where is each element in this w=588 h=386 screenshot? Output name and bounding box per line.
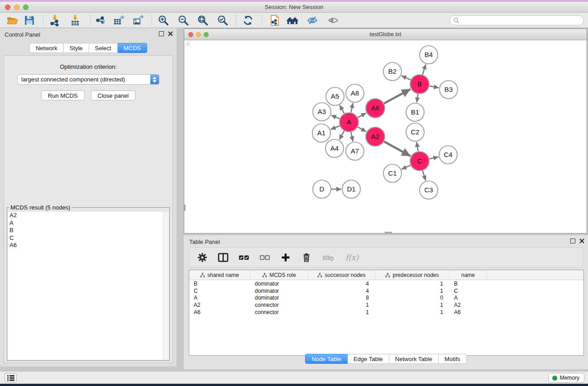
edge-B-B3[interactable] (430, 86, 439, 88)
task-history-button[interactable] (5, 373, 17, 382)
edge-B-B1[interactable] (417, 94, 418, 103)
zoom-out-icon[interactable] (177, 14, 189, 26)
save-session-icon[interactable] (24, 14, 35, 26)
table-row[interactable]: Cdominator41C (189, 287, 583, 295)
table-cell[interactable]: B (189, 281, 250, 287)
node-A2[interactable]: A2 (366, 127, 385, 146)
node-A[interactable]: A (339, 113, 359, 132)
mcds-result-item[interactable]: A (8, 219, 169, 227)
tab-style[interactable]: Style (64, 43, 89, 53)
table-cell[interactable]: A6 (189, 309, 250, 315)
node-C[interactable]: C (410, 152, 429, 171)
node-A6[interactable]: A6 (366, 99, 385, 118)
table-cell[interactable]: 4 (308, 281, 375, 287)
node-B4[interactable]: B4 (420, 46, 438, 64)
edge-A-A8[interactable] (351, 103, 353, 113)
tab-select[interactable]: Select (89, 43, 118, 53)
memory-button[interactable]: Memory (548, 373, 584, 383)
delete-icon[interactable] (301, 252, 312, 263)
select-all-icon[interactable] (239, 252, 249, 263)
import-table-icon[interactable] (69, 14, 81, 26)
table-row[interactable]: A2connector11A2 (189, 301, 583, 309)
node-C3[interactable]: C3 (420, 181, 438, 199)
mcds-result-list[interactable]: A2ABCA6 (8, 212, 169, 360)
refresh-icon[interactable] (242, 14, 254, 26)
node-D1[interactable]: D1 (342, 180, 360, 198)
zoom-selected-icon[interactable] (217, 14, 229, 26)
import-network-icon[interactable] (49, 14, 61, 26)
show-all-icon[interactable] (327, 14, 339, 26)
network-graph[interactable]: B4B2BB3A8A5A6A3B1AA1C2A2A4A7C4CC1C3DD1 (184, 40, 587, 233)
node-C1[interactable]: C1 (383, 164, 402, 182)
table-tab-network-table[interactable]: Network Table (389, 354, 439, 364)
node-B2[interactable]: B2 (383, 62, 402, 81)
node-C4[interactable]: C4 (439, 146, 457, 164)
column-header-MCDS-role[interactable]: MCDS role (250, 270, 308, 280)
network-vscroll-thumb[interactable] (184, 205, 186, 211)
node-A1[interactable]: A1 (312, 124, 330, 142)
hide-selected-icon[interactable] (306, 14, 318, 26)
table-cell[interactable]: dominator (250, 295, 308, 301)
column-view-icon[interactable] (218, 252, 229, 263)
network-canvas[interactable]: B4B2BB3A8A5A6A3B1AA1C2A2A4A7C4CC1C3DD1 (184, 40, 587, 233)
table-cell[interactable]: 1 (308, 309, 375, 315)
network-window-titlebar[interactable]: testGlobe.txt (184, 29, 587, 40)
close-panel-icon[interactable] (168, 31, 173, 36)
table-cell[interactable]: 1 (375, 281, 449, 287)
table-cell[interactable]: A (449, 295, 487, 301)
table-row[interactable]: A6connector11A6 (189, 309, 583, 316)
table-cell[interactable]: C (189, 288, 250, 294)
gear-icon[interactable] (197, 252, 208, 263)
node-D[interactable]: D (313, 180, 331, 198)
table-cell[interactable]: 1 (375, 288, 449, 294)
zoom-fit-icon[interactable] (197, 14, 209, 26)
node-C2[interactable]: C2 (406, 123, 424, 141)
column-header-shared-name[interactable]: shared name (189, 270, 250, 280)
edge-B-B4[interactable] (422, 64, 425, 75)
table-cell[interactable]: 1 (375, 309, 449, 315)
column-header-name[interactable]: name (449, 270, 487, 280)
table-cell[interactable]: 8 (308, 295, 375, 301)
search-field[interactable] (449, 15, 584, 25)
zoom-in-icon[interactable] (158, 14, 169, 26)
edge-A6-B[interactable] (384, 89, 410, 104)
table-cell[interactable]: dominator (250, 281, 308, 287)
edge-C-C2[interactable] (416, 142, 418, 152)
table-tab-motifs[interactable]: Motifs (439, 354, 467, 364)
close-table-panel-icon[interactable] (579, 238, 584, 243)
edge-A-A1[interactable] (330, 126, 339, 129)
table-cell[interactable]: 1 (375, 302, 449, 308)
node-B3[interactable]: B3 (440, 81, 458, 99)
column-header-successor-nodes[interactable]: successor nodes (308, 270, 375, 280)
first-neighbors-icon[interactable] (287, 14, 298, 26)
edge-C-C1[interactable] (402, 165, 411, 169)
mcds-result-item[interactable]: A6 (8, 242, 169, 249)
table-cell[interactable]: A6 (449, 309, 487, 315)
tab-mcds[interactable]: MCDS (118, 43, 147, 53)
edge-A2-C[interactable] (384, 142, 411, 156)
deselect-all-icon[interactable] (259, 252, 270, 263)
table-cell[interactable]: 1 (308, 302, 375, 308)
open-file-icon[interactable] (6, 14, 18, 26)
table-tab-edge-table[interactable]: Edge Table (348, 354, 389, 364)
export-image-icon[interactable] (132, 14, 144, 26)
node-A4[interactable]: A4 (325, 139, 344, 157)
table-cell[interactable]: 4 (308, 288, 375, 294)
table-cell[interactable]: A (189, 295, 250, 301)
export-network-icon[interactable] (95, 14, 107, 26)
table-row[interactable]: Adominator80A (189, 294, 583, 301)
edge-B-B2[interactable] (402, 76, 411, 80)
node-A3[interactable]: A3 (313, 103, 331, 121)
mcds-result-item[interactable]: A2 (8, 212, 169, 219)
edge-A-A7[interactable] (351, 132, 353, 142)
tab-network[interactable]: Network (29, 43, 64, 53)
list-scrollbar[interactable] (163, 212, 169, 360)
edge-C-C4[interactable] (429, 157, 438, 159)
mcds-result-item[interactable]: B (8, 227, 169, 234)
node-A7[interactable]: A7 (346, 142, 364, 160)
network-hscroll-thumb[interactable] (385, 232, 392, 233)
table-cell[interactable]: C (449, 288, 487, 294)
export-table-icon[interactable] (113, 14, 124, 26)
table-cell[interactable]: B (449, 281, 487, 287)
table-cell[interactable]: 0 (375, 295, 449, 301)
